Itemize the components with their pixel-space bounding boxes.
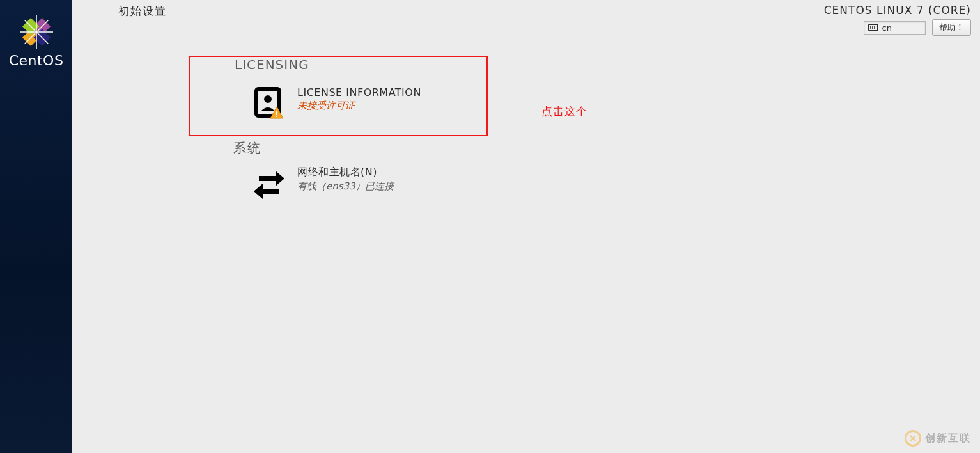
svg-rect-10 — [276, 111, 277, 115]
license-spoke-text: LICENSE INFORMATION 未接受许可证 — [297, 86, 421, 112]
keyboard-layout-selector[interactable]: cn — [864, 21, 926, 35]
watermark-text: 创新互联 — [925, 432, 971, 445]
section-label-licensing: LICENSING — [235, 57, 309, 72]
centos-logo-icon — [20, 15, 53, 49]
license-spoke-title: LICENSE INFORMATION — [297, 86, 421, 99]
annotation-text: 点击这个 — [541, 104, 587, 119]
network-spoke-title: 网络和主机名(N) — [297, 166, 394, 179]
network-arrows-icon — [253, 166, 286, 199]
section-label-system: 系统 — [233, 139, 261, 157]
watermark-badge-icon — [905, 430, 921, 447]
topbar-controls: cn 帮助！ — [864, 19, 971, 36]
sidebar: CentOS — [0, 0, 72, 453]
keyboard-layout-code: cn — [882, 23, 892, 33]
os-name-label: CENTOS LINUX 7 (CORE) — [824, 4, 971, 17]
network-spoke-text: 网络和主机名(N) 有线（ens33）已连接 — [297, 166, 394, 193]
license-spoke-status: 未接受许可证 — [297, 100, 421, 112]
help-button-label: 帮助！ — [939, 22, 964, 33]
license-information-spoke[interactable]: LICENSE INFORMATION 未接受许可证 — [250, 84, 424, 122]
svg-point-9 — [264, 95, 272, 103]
header: 初始设置 CENTOS LINUX 7 (CORE) cn 帮助！ — [72, 0, 980, 35]
license-document-icon — [253, 86, 286, 120]
main-area: 初始设置 CENTOS LINUX 7 (CORE) cn 帮助！ 点击这个 L… — [72, 0, 980, 453]
network-spoke-status: 有线（ens33）已连接 — [297, 180, 394, 193]
network-hostname-spoke[interactable]: 网络和主机名(N) 有线（ens33）已连接 — [250, 163, 396, 202]
keyboard-icon — [868, 24, 878, 31]
help-button[interactable]: 帮助！ — [932, 19, 971, 36]
svg-rect-11 — [276, 116, 277, 117]
watermark: 创新互联 — [905, 430, 971, 447]
sidebar-brand-label: CentOS — [9, 52, 64, 68]
